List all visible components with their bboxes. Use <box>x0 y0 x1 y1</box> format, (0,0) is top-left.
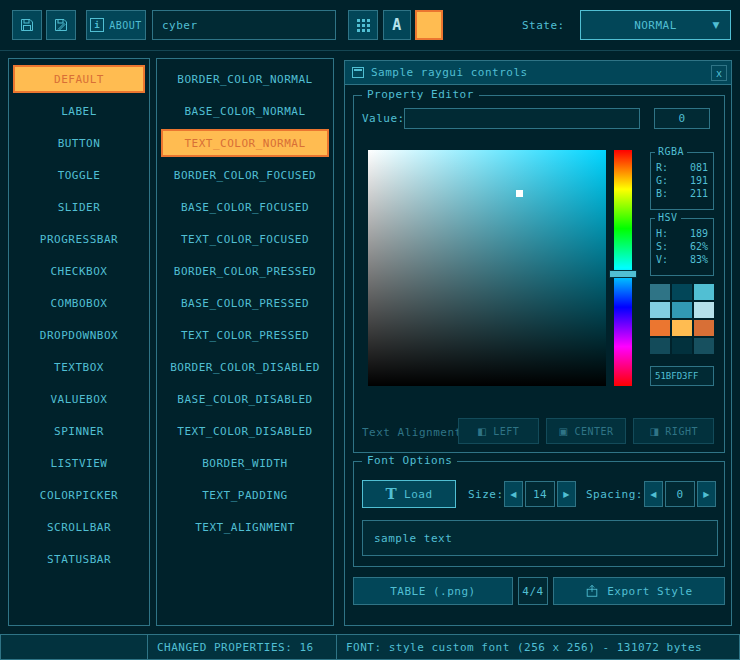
export-style-button[interactable]: Export Style <box>553 577 725 605</box>
palette-swatch[interactable] <box>672 320 692 336</box>
property-editor-label: Property Editor <box>362 88 479 101</box>
spacing-increment-button[interactable]: ▶ <box>697 481 716 507</box>
properties-list-item[interactable]: BASE_COLOR_DISABLED <box>161 385 329 413</box>
about-button[interactable]: i ABOUT <box>86 10 146 40</box>
controls-list-item[interactable]: VALUEBOX <box>13 385 145 413</box>
rgba-rows: R: 081 G: 191 B: 211 <box>651 153 713 199</box>
alignment-toggle[interactable]: ▣ CENTER <box>546 418 627 444</box>
controls-list: DEFAULT LABEL BUTTON TOGGLE SLIDER PROGR… <box>8 58 150 626</box>
window-title: Sample raygui controls <box>371 66 528 79</box>
properties-list-item[interactable]: BORDER_COLOR_NORMAL <box>161 65 329 93</box>
controls-list-item[interactable]: TEXTBOX <box>13 353 145 381</box>
properties-list-item[interactable]: BASE_COLOR_FOCUSED <box>161 193 329 221</box>
hsv-label: HSV <box>655 212 681 223</box>
palette-swatch[interactable] <box>650 338 670 354</box>
statusbar-font-info: FONT: style custom font (256 x 256) - 13… <box>336 634 740 660</box>
window-titlebar[interactable]: Sample raygui controls x <box>345 61 731 85</box>
value-box[interactable]: 0 <box>654 108 710 129</box>
properties-list-item[interactable]: BORDER_WIDTH <box>161 449 329 477</box>
state-dropdown[interactable]: NORMAL ▼ <box>580 10 731 40</box>
controls-list-item[interactable]: COLORPICKER <box>13 481 145 509</box>
palette-swatch[interactable] <box>694 284 714 300</box>
alignment-toggle-label: LEFT <box>493 426 519 437</box>
controls-list-item[interactable]: DEFAULT <box>13 65 145 93</box>
palette-swatch[interactable] <box>672 302 692 318</box>
font-edit-button[interactable]: A <box>383 10 411 40</box>
size-value[interactable]: 14 <box>525 481 555 507</box>
save-as-icon <box>53 17 69 33</box>
alignment-toggle-label: CENTER <box>574 426 613 437</box>
about-label: ABOUT <box>109 20 142 31</box>
controls-list-item[interactable]: LABEL <box>13 97 145 125</box>
table-export-button[interactable]: TABLE (.png) <box>353 577 513 605</box>
controls-list-item[interactable]: TOGGLE <box>13 161 145 189</box>
palette-swatch[interactable] <box>650 302 670 318</box>
close-button[interactable]: x <box>711 65 727 81</box>
hue-slider[interactable] <box>614 150 632 386</box>
font-load-label: Load <box>404 488 433 501</box>
export-style-label: Export Style <box>607 585 692 598</box>
save-icon <box>19 17 35 33</box>
style-name-input[interactable] <box>152 10 336 40</box>
palette-swatch[interactable] <box>650 284 670 300</box>
controls-list-item[interactable]: SPINNER <box>13 417 145 445</box>
controls-list-item[interactable]: PROGRESSBAR <box>13 225 145 253</box>
properties-list-item[interactable]: TEXT_COLOR_NORMAL <box>161 129 329 157</box>
controls-list-item[interactable]: STATUSBAR <box>13 545 145 573</box>
save-style-button[interactable] <box>12 10 42 40</box>
controls-list-item[interactable]: LISTVIEW <box>13 449 145 477</box>
alignment-toggle[interactable]: ◨ RIGHT <box>633 418 714 444</box>
color-picker-panel[interactable] <box>368 150 606 386</box>
rguistyler-app: i ABOUT A State: NORMAL ▼ DEFAULT LABEL <box>0 0 740 660</box>
statusbar-left <box>0 634 148 660</box>
alignment-icon: ◨ <box>649 426 659 437</box>
save-as-button[interactable] <box>46 10 76 40</box>
controls-list-item[interactable]: COMBOBOX <box>13 289 145 317</box>
properties-list-item[interactable]: BORDER_COLOR_FOCUSED <box>161 161 329 189</box>
channel-label: S: <box>656 241 668 252</box>
style-color-button[interactable] <box>415 10 443 40</box>
text-alignment-toggles: ◧ LEFT ▣ CENTER ◨ RIGHT <box>458 418 714 444</box>
state-dropdown-value: NORMAL <box>634 19 677 32</box>
grid-view-button[interactable] <box>348 10 378 40</box>
controls-list-item[interactable]: SLIDER <box>13 193 145 221</box>
properties-list-item[interactable]: BASE_COLOR_NORMAL <box>161 97 329 125</box>
spacing-decrement-button[interactable]: ◀ <box>644 481 663 507</box>
font-load-button[interactable]: T Load <box>362 480 456 508</box>
toolbar: i ABOUT A State: NORMAL ▼ <box>0 0 740 51</box>
properties-list-item[interactable]: BASE_COLOR_PRESSED <box>161 289 329 317</box>
alignment-toggle[interactable]: ◧ LEFT <box>458 418 539 444</box>
properties-list-item[interactable]: TEXT_PADDING <box>161 481 329 509</box>
properties-list-item[interactable]: TEXT_COLOR_PRESSED <box>161 321 329 349</box>
hsv-row: S: 62% <box>656 241 708 252</box>
sample-text-input[interactable]: sample text <box>362 520 718 556</box>
properties-list-item[interactable]: TEXT_ALIGNMENT <box>161 513 329 541</box>
style-color-palette <box>650 284 714 354</box>
palette-swatch[interactable] <box>694 320 714 336</box>
size-increment-button[interactable]: ▶ <box>557 481 576 507</box>
palette-swatch[interactable] <box>694 338 714 354</box>
rgba-group: RGBA R: 081 G: 191 <box>650 152 714 210</box>
value-input[interactable] <box>404 108 640 129</box>
color-picker-cursor[interactable] <box>516 190 523 197</box>
palette-swatch[interactable] <box>672 338 692 354</box>
alignment-icon: ▣ <box>558 426 568 437</box>
hue-slider-handle[interactable] <box>609 270 637 278</box>
controls-list-item[interactable]: BUTTON <box>13 129 145 157</box>
spacing-label: Spacing: <box>586 480 643 508</box>
controls-list-item[interactable]: CHECKBOX <box>13 257 145 285</box>
properties-list-item[interactable]: TEXT_COLOR_FOCUSED <box>161 225 329 253</box>
channel-label: V: <box>656 254 668 265</box>
palette-swatch[interactable] <box>672 284 692 300</box>
hex-color-input[interactable]: 51BFD3FF <box>650 366 714 386</box>
table-page-indicator[interactable]: 4/4 <box>518 577 548 605</box>
palette-swatch[interactable] <box>694 302 714 318</box>
controls-list-item[interactable]: DROPDOWNBOX <box>13 321 145 349</box>
controls-list-item[interactable]: SCROLLBAR <box>13 513 145 541</box>
properties-list-item[interactable]: BORDER_COLOR_PRESSED <box>161 257 329 285</box>
properties-list-item[interactable]: BORDER_COLOR_DISABLED <box>161 353 329 381</box>
palette-swatch[interactable] <box>650 320 670 336</box>
properties-list-item[interactable]: TEXT_COLOR_DISABLED <box>161 417 329 445</box>
size-decrement-button[interactable]: ◀ <box>504 481 523 507</box>
spacing-value[interactable]: 0 <box>665 481 695 507</box>
